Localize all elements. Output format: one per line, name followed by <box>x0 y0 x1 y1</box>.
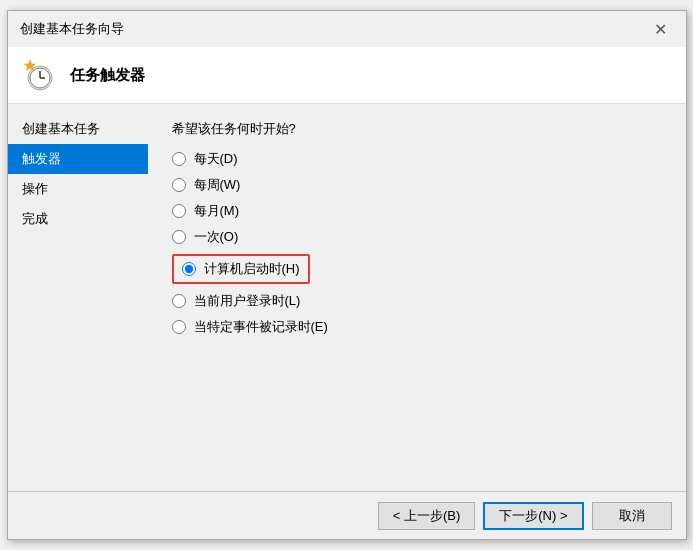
radio-event-input[interactable] <box>172 320 186 334</box>
cancel-button[interactable]: 取消 <box>592 502 672 530</box>
radio-logon[interactable]: 当前用户登录时(L) <box>172 292 662 310</box>
radio-group: 每天(D) 每周(W) 每月(M) 一次(O) <box>172 150 662 336</box>
header-section: 任务触发器 <box>8 47 686 104</box>
question-label: 希望该任务何时开始? <box>172 120 662 138</box>
header-title: 任务触发器 <box>70 66 145 85</box>
radio-once-input[interactable] <box>172 230 186 244</box>
back-button[interactable]: < 上一步(B) <box>378 502 476 530</box>
sidebar-item-action[interactable]: 操作 <box>8 174 148 204</box>
radio-weekly[interactable]: 每周(W) <box>172 176 662 194</box>
radio-daily-input[interactable] <box>172 152 186 166</box>
radio-startup-container[interactable]: 计算机启动时(H) <box>172 254 662 284</box>
radio-startup-input[interactable] <box>182 262 196 276</box>
dialog-window: 创建基本任务向导 ✕ 任务触发器 创建基本任务 触发器 操作 完成 希望该任务何… <box>7 10 687 540</box>
title-text: 创建基本任务向导 <box>20 20 124 38</box>
title-bar-left: 创建基本任务向导 <box>20 20 124 38</box>
next-button[interactable]: 下一步(N) > <box>483 502 583 530</box>
radio-logon-input[interactable] <box>172 294 186 308</box>
close-button[interactable]: ✕ <box>648 16 674 42</box>
sidebar-item-create[interactable]: 创建基本任务 <box>8 114 148 144</box>
radio-once-label[interactable]: 一次(O) <box>194 228 239 246</box>
radio-monthly-input[interactable] <box>172 204 186 218</box>
radio-event-label[interactable]: 当特定事件被记录时(E) <box>194 318 328 336</box>
content-area: 创建基本任务 触发器 操作 完成 希望该任务何时开始? 每天(D) 每周(W) … <box>8 104 686 491</box>
main-panel: 希望该任务何时开始? 每天(D) 每周(W) 每月(M) 一次(O) <box>148 104 686 491</box>
radio-weekly-label[interactable]: 每周(W) <box>194 176 241 194</box>
title-bar: 创建基本任务向导 ✕ <box>8 11 686 47</box>
radio-event[interactable]: 当特定事件被记录时(E) <box>172 318 662 336</box>
radio-monthly[interactable]: 每月(M) <box>172 202 662 220</box>
radio-startup-label[interactable]: 计算机启动时(H) <box>204 260 300 278</box>
radio-once[interactable]: 一次(O) <box>172 228 662 246</box>
radio-monthly-label[interactable]: 每月(M) <box>194 202 240 220</box>
radio-weekly-input[interactable] <box>172 178 186 192</box>
radio-logon-label[interactable]: 当前用户登录时(L) <box>194 292 301 310</box>
task-trigger-icon <box>22 57 58 93</box>
footer: < 上一步(B) 下一步(N) > 取消 <box>8 491 686 539</box>
sidebar: 创建基本任务 触发器 操作 完成 <box>8 104 148 491</box>
sidebar-item-trigger[interactable]: 触发器 <box>8 144 148 174</box>
radio-daily-label[interactable]: 每天(D) <box>194 150 238 168</box>
radio-daily[interactable]: 每天(D) <box>172 150 662 168</box>
sidebar-item-finish[interactable]: 完成 <box>8 204 148 234</box>
highlighted-option: 计算机启动时(H) <box>172 254 310 284</box>
